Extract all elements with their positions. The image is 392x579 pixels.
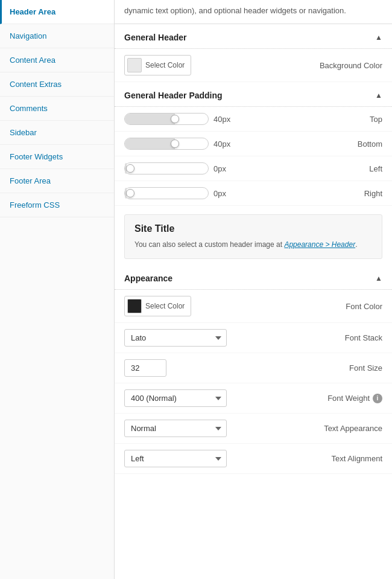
sidebar-item-footer-widgets[interactable]: Footer Widgets <box>0 145 114 169</box>
padding-left-row: 0px Left <box>115 156 392 181</box>
font-weight-select[interactable]: 400 (Normal) 300 (Light) 600 (Semi-Bold)… <box>124 389 227 407</box>
appearance-section-title: Appearance <box>124 274 172 283</box>
sidebar: Header Area Navigation Content Area Cont… <box>0 0 115 579</box>
text-alignment-label: Text Alignment <box>331 454 382 463</box>
padding-left-value: 0px <box>213 164 235 173</box>
general-header-title: General Header <box>124 33 187 42</box>
background-color-button[interactable]: Select Color <box>124 55 191 75</box>
text-appearance-row: Normal Uppercase Lowercase Capitalize Te… <box>115 414 392 444</box>
appearance-collapse-icon[interactable]: ▲ <box>375 274 382 283</box>
padding-left-label: Left <box>369 164 382 173</box>
font-stack-row: Lato Arial Georgia Helvetica Open Sans F… <box>115 323 392 353</box>
background-color-swatch <box>127 58 142 72</box>
padding-right-slider[interactable] <box>124 187 209 199</box>
padding-top-value: 40px <box>213 115 235 124</box>
font-size-input[interactable] <box>124 359 166 377</box>
general-header-padding-section-header[interactable]: General Header Padding ▲ <box>115 85 392 107</box>
site-title-box: Site Title You can also select a custom … <box>124 214 382 259</box>
general-header-section-header[interactable]: General Header ▲ <box>115 27 392 49</box>
appearance-header-link[interactable]: Appearance > Header <box>284 240 355 249</box>
padding-right-row: 0px Right <box>115 181 392 206</box>
site-title-description: You can also select a custom header imag… <box>134 239 372 250</box>
padding-right-value: 0px <box>213 189 235 198</box>
padding-top-row: 40px Top <box>115 107 392 132</box>
padding-bottom-row: 40px Bottom <box>115 132 392 156</box>
sidebar-item-freeform-css[interactable]: Freeform CSS <box>0 193 114 217</box>
font-stack-select[interactable]: Lato Arial Georgia Helvetica Open Sans <box>124 329 227 347</box>
font-size-row: Font Size <box>115 353 392 383</box>
padding-right-label: Right <box>364 189 382 198</box>
font-color-button[interactable]: Select Color <box>124 296 191 316</box>
padding-bottom-slider[interactable] <box>124 138 209 150</box>
background-color-row: Select Color Background Color <box>115 49 392 82</box>
font-color-swatch <box>127 299 142 313</box>
sidebar-item-header-area[interactable]: Header Area <box>0 0 114 24</box>
font-weight-row: 400 (Normal) 300 (Light) 600 (Semi-Bold)… <box>115 383 392 414</box>
sidebar-item-footer-area[interactable]: Footer Area <box>0 169 114 193</box>
padding-left-slider[interactable] <box>124 162 209 174</box>
intro-text: dynamic text option), and optional heade… <box>115 0 392 24</box>
text-appearance-label: Text Appearance <box>324 424 382 433</box>
font-weight-info-icon[interactable]: i <box>373 394 382 403</box>
general-header-collapse-icon[interactable]: ▲ <box>375 33 382 42</box>
font-size-label: Font Size <box>349 363 382 373</box>
sidebar-item-content-extras[interactable]: Content Extras <box>0 72 114 97</box>
sidebar-item-navigation[interactable]: Navigation <box>0 24 114 48</box>
padding-bottom-label: Bottom <box>358 139 382 149</box>
text-alignment-row: Left Center Right Text Alignment <box>115 444 392 474</box>
padding-bottom-value: 40px <box>213 139 235 149</box>
background-color-label: Background Color <box>320 61 382 70</box>
sidebar-item-content-area[interactable]: Content Area <box>0 48 114 72</box>
sidebar-item-sidebar[interactable]: Sidebar <box>0 121 114 145</box>
padding-top-slider[interactable] <box>124 113 209 125</box>
font-color-row: Select Color Font Color <box>115 290 392 323</box>
site-title-heading: Site Title <box>134 223 372 234</box>
main-content: dynamic text option), and optional heade… <box>115 0 392 579</box>
text-alignment-select[interactable]: Left Center Right <box>124 450 227 467</box>
general-header-padding-title: General Header Padding <box>124 91 223 100</box>
font-weight-label: Font Weight <box>327 394 370 403</box>
general-header-padding-collapse-icon[interactable]: ▲ <box>375 91 382 100</box>
appearance-section-header[interactable]: Appearance ▲ <box>115 267 392 290</box>
text-appearance-select[interactable]: Normal Uppercase Lowercase Capitalize <box>124 420 227 437</box>
font-color-label: Font Color <box>346 302 382 311</box>
padding-top-label: Top <box>370 115 382 124</box>
font-stack-label: Font Stack <box>345 333 382 342</box>
sidebar-item-comments[interactable]: Comments <box>0 97 114 121</box>
